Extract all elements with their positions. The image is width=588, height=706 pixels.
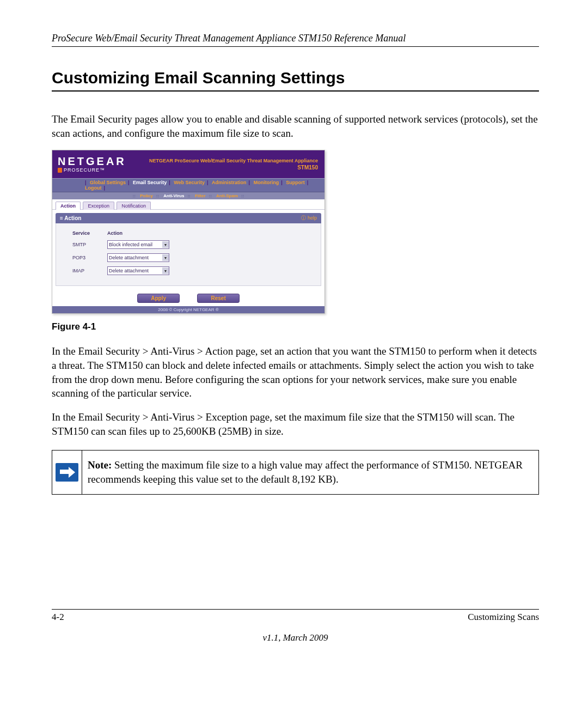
sub-nav: :: Policy:: Anti-Virus:: Filter:: Anti-S… bbox=[52, 192, 324, 199]
subnav-policy[interactable]: Policy bbox=[140, 193, 153, 198]
col-action: Action bbox=[107, 229, 186, 238]
col-service: Service bbox=[72, 229, 106, 238]
chevron-down-icon: ▼ bbox=[162, 267, 169, 274]
table-row: SMTP Block infected email▼ bbox=[72, 239, 186, 251]
paragraph-action-page: In the Email Security > Anti-Virus > Act… bbox=[52, 344, 539, 400]
netgear-logo-text: NETGEAR bbox=[58, 156, 126, 167]
intro-paragraph: The Email Security pages allow you to en… bbox=[52, 112, 539, 140]
service-imap: IMAP bbox=[72, 265, 106, 277]
chevron-down-icon: ▼ bbox=[162, 241, 169, 248]
nav-web-security[interactable]: Web Security bbox=[174, 180, 205, 185]
note-text: Setting the maximum file size to a high … bbox=[88, 459, 523, 485]
appliance-model: STM150 bbox=[149, 164, 318, 171]
smtp-action-select[interactable]: Block infected email▼ bbox=[107, 240, 169, 249]
prosecure-subbrand: PROSECURE bbox=[64, 167, 100, 173]
chevron-down-icon: ▼ bbox=[162, 254, 169, 261]
note-label: Note: bbox=[88, 459, 112, 471]
subnav-filter[interactable]: Filter bbox=[195, 193, 206, 198]
apply-button[interactable]: Apply bbox=[137, 294, 180, 303]
paragraph-exception-page: In the Email Security > Anti-Virus > Exc… bbox=[52, 410, 539, 438]
help-link[interactable]: ⓘ help bbox=[301, 215, 317, 222]
service-smtp: SMTP bbox=[72, 239, 106, 251]
screenshot-copyright: 2008 © Copyright NETGEAR ® bbox=[52, 306, 324, 313]
top-nav: | Global Settings| Email Security| Web S… bbox=[52, 178, 324, 192]
table-row: IMAP Delete attachment▼ bbox=[72, 265, 186, 277]
note-box: Note: Setting the maximum file size to a… bbox=[52, 450, 539, 494]
figure-caption: Figure 4-1 bbox=[52, 321, 539, 332]
appliance-title: NETGEAR ProSecure Web/Email Security Thr… bbox=[149, 158, 318, 165]
pop3-action-select[interactable]: Delete attachment▼ bbox=[107, 253, 169, 262]
tab-notification[interactable]: Notification bbox=[117, 202, 151, 210]
nav-support[interactable]: Support bbox=[286, 180, 305, 185]
footer-section: Customizing Scans bbox=[468, 612, 539, 623]
subnav-anti-spam[interactable]: Anti-Spam bbox=[216, 193, 238, 198]
figure-screenshot: NETGEAR PROSECURE™ NETGEAR ProSecure Web… bbox=[52, 150, 539, 314]
subnav-anti-virus[interactable]: Anti-Virus bbox=[163, 193, 184, 198]
table-row: POP3 Delete attachment▼ bbox=[72, 252, 186, 264]
panel-title: ≡ Action bbox=[60, 215, 81, 221]
tab-exception[interactable]: Exception bbox=[83, 202, 114, 210]
shield-icon bbox=[58, 168, 62, 173]
arrow-right-icon bbox=[56, 463, 78, 482]
running-header: ProSecure Web/Email Security Threat Mana… bbox=[52, 33, 539, 47]
nav-administration[interactable]: Administration bbox=[212, 180, 247, 185]
reset-button[interactable]: Reset bbox=[197, 294, 239, 303]
service-pop3: POP3 bbox=[72, 252, 106, 264]
nav-monitoring[interactable]: Monitoring bbox=[254, 180, 279, 185]
version-line: v1.1, March 2009 bbox=[52, 632, 539, 643]
page-number: 4-2 bbox=[52, 612, 64, 623]
nav-global-settings[interactable]: Global Settings bbox=[90, 180, 126, 185]
tab-action[interactable]: Action bbox=[56, 202, 81, 210]
nav-logout[interactable]: Logout bbox=[85, 185, 102, 191]
section-heading: Customizing Email Scanning Settings bbox=[52, 69, 539, 92]
nav-email-security[interactable]: Email Security bbox=[133, 180, 167, 185]
imap-action-select[interactable]: Delete attachment▼ bbox=[107, 266, 169, 275]
